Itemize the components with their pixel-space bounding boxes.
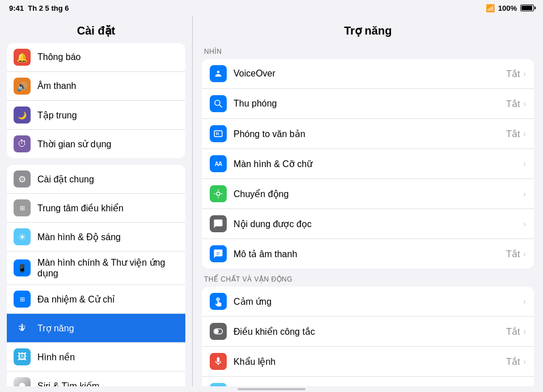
sidebar-title: Cài đặt — [0, 16, 192, 43]
sidebar-item-label: Đa nhiệm & Cử chỉ — [37, 294, 114, 305]
detail-item-label: Chuyển động — [234, 189, 520, 199]
sidebar-item-label: Màn hình & Độ sáng — [37, 232, 121, 242]
detail-item-audiodesc[interactable]: Mô tả âm thanh Tắt › — [202, 239, 534, 269]
sidebar-item-focus[interactable]: 🌙 Tập trung — [7, 101, 185, 130]
controlcenter-icon: ⊞ — [14, 199, 31, 216]
chevron-icon: › — [523, 297, 526, 306]
detail-title: Trợ năng — [202, 16, 534, 45]
detail-item-sidebutton[interactable]: Nút nguồn/Touch ID › — [202, 377, 534, 386]
sidebar-item-siri[interactable]: Siri & Tìm kiếm — [7, 372, 185, 386]
sidebar-item-general[interactable]: ⚙ Cài đặt chung — [7, 165, 185, 194]
sidebar-item-label: Cài đặt chung — [37, 174, 94, 185]
detail-item-label: Khẩu lệnh — [234, 356, 506, 367]
detail-item-motion[interactable]: Chuyển động › — [202, 179, 534, 209]
detail-item-value: Tắt — [506, 69, 520, 79]
svg-point-8 — [217, 192, 220, 195]
detail-item-value: Tắt — [506, 356, 520, 367]
detail-item-switchcontrol[interactable]: Điều khiển công tắc Tắt › — [202, 317, 534, 347]
detail-item-label: VoiceOver — [234, 69, 506, 79]
detail-item-voicecontrol[interactable]: Khẩu lệnh Tắt › — [202, 347, 534, 377]
detail-item-value: Tắt — [506, 99, 520, 109]
detail-item-label: Điều khiển công tắc — [234, 326, 506, 337]
svg-point-0 — [22, 324, 23, 326]
detail-item-label: Mô tả âm thanh — [234, 249, 506, 259]
sidebar-item-label: Tập trung — [37, 110, 77, 121]
battery-percent: 100% — [498, 4, 517, 12]
section-label-physical: THỂ CHẤT VÀ VẬN ĐỘNG — [202, 275, 534, 287]
sidebar-item-wallpaper[interactable]: 🖼 Hình nền — [7, 343, 185, 372]
svg-point-10 — [215, 330, 218, 333]
sidebar-item-label: Siri & Tìm kiếm — [37, 381, 99, 387]
sidebar-item-accessibility[interactable]: Trợ năng — [7, 314, 185, 343]
voicecontrol-icon — [210, 353, 227, 370]
sidebar: Cài đặt 🔔 Thông báo 🔊 Âm thanh 🌙 Tập tru… — [0, 16, 193, 386]
sidebar-item-display[interactable]: ☀ Màn hình & Độ sáng — [7, 223, 185, 252]
audiodesc-icon — [210, 245, 227, 262]
chevron-icon: › — [523, 69, 526, 78]
home-bar — [237, 388, 306, 390]
homescreen-icon: 📱 — [14, 259, 31, 276]
svg-point-2 — [217, 71, 220, 74]
accessibility-icon — [14, 319, 31, 336]
motion-icon — [210, 185, 227, 202]
sidebar-item-label: Trợ năng — [37, 323, 74, 334]
siri-icon — [14, 377, 31, 386]
home-indicator — [0, 386, 543, 392]
detail-item-magnifier[interactable]: Phóng to văn bản Tắt › — [202, 119, 534, 149]
detail-panel: Trợ năng NHÌN VoiceOver Tắt › — [193, 16, 543, 386]
status-indicators: 📶 100% — [486, 4, 534, 12]
section-label-nhin: NHÌN — [202, 48, 534, 59]
switchcontrol-icon — [210, 323, 227, 340]
multitasking-icon: ⊞ — [14, 291, 31, 308]
notifications-icon: 🔔 — [14, 49, 31, 66]
sidebar-item-label: Hình nền — [37, 352, 75, 363]
detail-item-spoken[interactable]: Nội dung được đọc › — [202, 209, 534, 239]
wallpaper-icon: 🖼 — [14, 348, 31, 365]
detail-item-voiceover[interactable]: VoiceOver Tắt › — [202, 59, 534, 89]
sidebar-item-controlcenter[interactable]: ⊞ Trung tâm điều khiển — [7, 194, 185, 223]
zoom-icon — [210, 95, 227, 112]
sidebar-item-notifications[interactable]: 🔔 Thông báo — [7, 43, 185, 72]
status-bar: 9:41 Th 2 5 thg 6 📶 100% — [0, 0, 543, 16]
spoken-icon — [210, 215, 227, 232]
wifi-icon: 📶 — [486, 4, 495, 12]
sidebar-item-multitasking[interactable]: ⊞ Đa nhiệm & Cử chỉ — [7, 285, 185, 314]
sounds-icon: 🔊 — [14, 78, 31, 95]
chevron-icon: › — [523, 249, 526, 258]
chevron-icon: › — [523, 129, 526, 138]
detail-section-physical: Cảm ứng › Điều khiển công tắc Tắt › — [202, 287, 534, 386]
detail-section-nhin: VoiceOver Tắt › Thu phóng Tắt › — [202, 59, 534, 269]
sidebar-item-label: Trung tâm điều khiển — [37, 203, 124, 214]
detail-item-label: Phóng to văn bản — [234, 129, 506, 139]
touch-icon — [210, 293, 227, 310]
sidebar-item-homescreen[interactable]: 📱 Màn hình chính & Thư viện ứng dụng — [7, 252, 185, 285]
detail-item-label: Cảm ứng — [234, 296, 520, 307]
screentime-icon: ⏱ — [14, 135, 31, 152]
sidebar-item-sounds[interactable]: 🔊 Âm thanh — [7, 72, 185, 101]
chevron-icon: › — [523, 189, 526, 198]
sidebar-section-1: 🔔 Thông báo 🔊 Âm thanh 🌙 Tập trung ⏱ Thờ… — [7, 43, 185, 158]
voiceover-icon — [210, 65, 227, 82]
detail-item-zoom[interactable]: Thu phóng Tắt › — [202, 89, 534, 119]
sidebar-item-screentime[interactable]: ⏱ Thời gian sử dụng — [7, 130, 185, 158]
chevron-icon: › — [523, 357, 526, 366]
sidebar-item-label: Thời gian sử dụng — [37, 139, 112, 150]
chevron-icon: › — [523, 159, 526, 168]
detail-item-label: Thu phóng — [234, 99, 506, 109]
sidebar-item-label: Màn hình chính & Thư viện ứng dụng — [37, 257, 179, 279]
detail-item-value: Tắt — [506, 326, 520, 337]
chevron-icon: › — [523, 327, 526, 336]
detail-item-touch[interactable]: Cảm ứng › — [202, 287, 534, 317]
battery-icon — [520, 5, 534, 11]
svg-line-4 — [219, 105, 222, 108]
magnifier-icon — [210, 125, 227, 142]
chevron-icon: › — [523, 219, 526, 228]
svg-point-3 — [215, 100, 220, 105]
sidebar-item-label: Thông báo — [37, 52, 81, 62]
general-icon: ⚙ — [14, 171, 31, 188]
display2-icon: AA — [210, 155, 227, 172]
focus-icon: 🌙 — [14, 106, 31, 123]
detail-item-value: Tắt — [506, 249, 520, 259]
main-content: Cài đặt 🔔 Thông báo 🔊 Âm thanh 🌙 Tập tru… — [0, 16, 543, 386]
detail-item-display2[interactable]: AA Màn hình & Cỡ chữ › — [202, 149, 534, 179]
